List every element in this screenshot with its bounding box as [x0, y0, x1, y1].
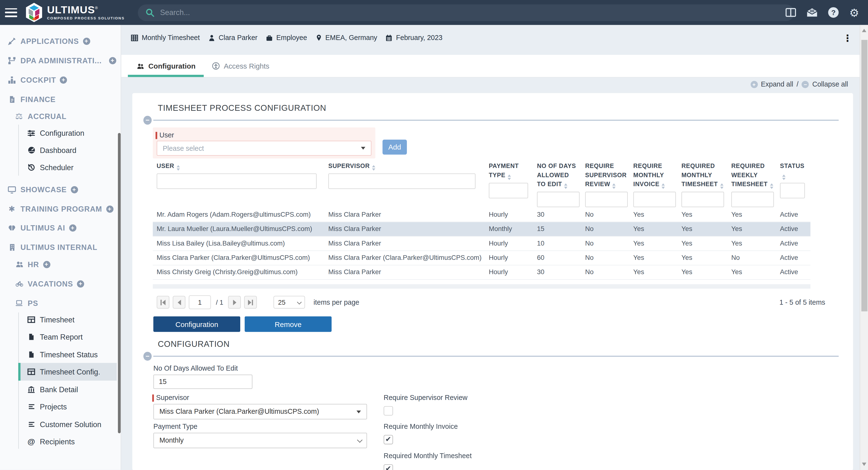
sidebar-item-cockpit[interactable]: COCKPIT [7, 72, 67, 87]
sidebar-item-customer-solution[interactable]: Customer Solution [18, 417, 117, 432]
sidebar-item-recipients[interactable]: Recipients [18, 434, 117, 449]
sidebar-item-training-program[interactable]: TRAINING PROGRAM [7, 202, 113, 216]
sidebar-item-vacations[interactable]: VACATIONS [14, 276, 84, 291]
payment-type-select[interactable]: Monthly [153, 433, 367, 448]
configuration-button[interactable]: Configuration [153, 316, 240, 332]
sidebar-item-scheduler[interactable]: Scheduler [18, 160, 117, 175]
table-row[interactable]: Miss Clara Parker (Clara.Parker@UltimusC… [153, 251, 810, 265]
filter-input-status[interactable] [780, 182, 805, 198]
required-monthly-timesheet-checkbox[interactable] [383, 464, 393, 470]
sort-icon[interactable] [177, 165, 180, 171]
sidebar-item-bank-detail[interactable]: Bank Detail [18, 382, 117, 396]
filter-input-require-monthly-invoice[interactable] [633, 192, 676, 207]
sidebar-item-projects[interactable]: Projects [18, 400, 117, 414]
days-allowed-input[interactable] [153, 375, 252, 389]
expand-plus-icon[interactable] [109, 57, 116, 64]
table-row[interactable]: Mr. Adam Rogers (Adam.Rogers@ultimusCPS.… [153, 208, 810, 222]
sort-icon[interactable] [564, 183, 568, 189]
user-select[interactable]: Please select [157, 141, 372, 156]
sort-header[interactable]: REQUIRED WEEKLY TIMESHEET [731, 161, 774, 189]
expand-plus-icon[interactable] [77, 280, 84, 287]
layout-columns-icon[interactable] [786, 8, 796, 17]
expand-all-icon[interactable] [750, 81, 757, 88]
last-page-button[interactable] [244, 296, 257, 309]
table-row-selected[interactable]: Mr. Laura Mueller (Laura.Mueller@Ultimus… [153, 222, 810, 237]
inbox-icon[interactable] [806, 8, 817, 17]
expand-plus-icon[interactable] [43, 261, 50, 268]
scroll-down-arrow[interactable] [862, 463, 866, 466]
sidebar-item-configuration[interactable]: Configuration [18, 126, 117, 140]
next-page-button[interactable] [228, 296, 241, 309]
sort-header[interactable]: SUPERVISOR [328, 161, 483, 171]
require-supervisor-review-checkbox[interactable] [383, 406, 393, 415]
filter-input-user[interactable] [157, 173, 317, 189]
sidebar-item-dpa-administration[interactable]: DPA ADMINISTRATI... [7, 53, 116, 67]
sidebar-item-team-report[interactable]: Team Report [18, 330, 117, 344]
sort-icon[interactable] [782, 174, 786, 180]
page-scrollbar-thumb[interactable] [862, 40, 868, 312]
sidebar-item-accrual[interactable]: ACCRUAL [14, 109, 66, 123]
sidebar-item-hr[interactable]: HR [14, 257, 50, 271]
sidebar-item-ps[interactable]: PS [14, 296, 38, 310]
collapse-all-icon[interactable] [802, 81, 809, 88]
sidebar-item-ultimus-internal[interactable]: ULTIMUS INTERNAL [7, 240, 98, 254]
filter-input-required-weekly-timesheet[interactable] [731, 192, 774, 207]
page-number-input[interactable] [189, 295, 211, 309]
settings-gear-icon[interactable] [849, 7, 859, 18]
expand-all-link[interactable]: Expand all [761, 80, 793, 88]
expand-plus-icon[interactable] [60, 76, 67, 83]
sort-icon[interactable] [662, 183, 665, 189]
help-icon[interactable] [828, 7, 839, 18]
supervisor-select[interactable]: Miss Clara Parker (Clara.Parker@UltimusC… [153, 404, 367, 419]
scroll-up-arrow[interactable] [862, 29, 866, 32]
sidebar-scrollbar-thumb[interactable] [118, 133, 121, 433]
sort-icon[interactable] [372, 165, 375, 171]
remove-button[interactable]: Remove [245, 316, 332, 332]
tab-access-rights[interactable]: Access Rights [204, 55, 278, 77]
sort-icon[interactable] [770, 183, 773, 189]
search-bar[interactable] [138, 4, 795, 21]
sidebar-item-timesheet[interactable]: Timesheet [18, 313, 117, 327]
filter-input-require-supervisor-review[interactable] [585, 192, 628, 207]
sort-header[interactable]: PAYMENT TYPE [489, 161, 531, 180]
collapse-section-icon[interactable] [144, 116, 152, 125]
sort-header[interactable]: STATUS [780, 161, 808, 180]
sort-icon[interactable] [507, 174, 511, 180]
table-row[interactable]: Miss Christy Greig (Christy.Greig@ultimu… [153, 265, 810, 280]
kebab-menu-icon[interactable] [841, 32, 854, 45]
sort-header[interactable]: NO OF DAYS ALLOWED TO EDIT [537, 161, 579, 189]
expand-plus-icon[interactable] [106, 205, 113, 212]
sort-icon[interactable] [612, 183, 616, 189]
sort-icon[interactable] [720, 183, 723, 189]
sort-header[interactable]: REQUIRE MONTHLY INVOICE [633, 161, 676, 189]
filter-input-required-monthly-timesheet[interactable] [682, 192, 724, 207]
expand-plus-icon[interactable] [83, 37, 90, 45]
sidebar-item-finance[interactable]: FINANCE [7, 92, 56, 106]
expand-plus-icon[interactable] [70, 186, 78, 193]
expand-plus-icon[interactable] [69, 224, 76, 232]
sidebar-item-timesheet-status[interactable]: Timesheet Status [18, 347, 117, 362]
first-page-button[interactable] [157, 296, 169, 309]
sidebar-item-showcase[interactable]: SHOWCASE [7, 182, 78, 197]
page-size-select[interactable]: 25 [274, 296, 305, 309]
collapse-all-link[interactable]: Collapse all [812, 80, 848, 88]
sidebar-item-applications[interactable]: APPLICATIONS [7, 34, 90, 48]
sidebar-item-dashboard[interactable]: Dashboard [18, 143, 117, 157]
sort-header[interactable]: REQUIRED MONTHLY TIMESHEET [682, 161, 725, 189]
grid-horizontal-scrollbar[interactable] [153, 284, 810, 289]
menu-icon[interactable] [5, 8, 17, 17]
collapse-section-icon[interactable] [144, 352, 152, 361]
require-monthly-invoice-checkbox[interactable] [383, 435, 393, 444]
filter-input-days-allowed[interactable] [537, 192, 580, 207]
table-row[interactable]: Miss Lisa Bailey (Lisa.Bailey@ultimus.co… [153, 237, 810, 251]
sidebar-item-ultimus-ai[interactable]: ULTIMUS AI [7, 221, 76, 235]
search-input[interactable] [160, 8, 786, 17]
add-button[interactable]: Add [382, 140, 407, 155]
previous-page-button[interactable] [173, 296, 186, 309]
sort-header[interactable]: USER [157, 161, 322, 171]
tab-configuration[interactable]: Configuration [128, 55, 204, 77]
sort-header[interactable]: REQUIRE SUPERVISOR REVIEW [585, 161, 627, 189]
filter-input-supervisor[interactable] [328, 173, 475, 189]
sidebar-item-timesheet-config[interactable]: Timesheet Config. [18, 363, 117, 381]
page-scrollbar[interactable] [860, 25, 868, 470]
